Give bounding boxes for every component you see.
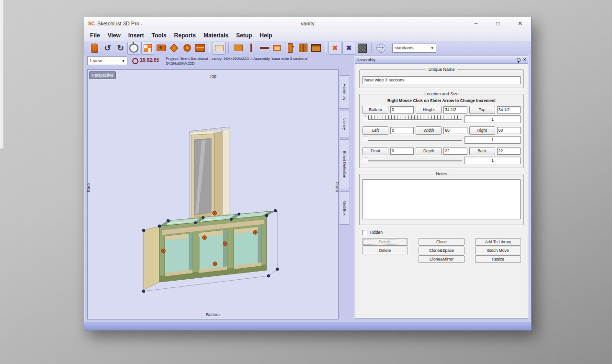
- maximize-button[interactable]: □: [487, 17, 509, 30]
- width-button[interactable]: Width: [416, 126, 442, 135]
- details-button[interactable]: Details: [362, 238, 408, 246]
- horizontal-board-icon[interactable]: [258, 42, 270, 54]
- menu-setup[interactable]: Setup: [232, 31, 256, 40]
- vanity-3d-model[interactable]: [88, 70, 338, 319]
- workspace: Perspective Top Bottom Back Front: [84, 69, 355, 320]
- menu-view[interactable]: View: [104, 31, 125, 40]
- depth-input[interactable]: [443, 148, 467, 155]
- front-input[interactable]: [390, 148, 414, 155]
- new-board-shape: [91, 44, 98, 53]
- minimize-button[interactable]: –: [465, 17, 487, 30]
- depth-slider-row: [363, 156, 521, 164]
- clone-button[interactable]: Clone: [419, 238, 465, 246]
- height-input[interactable]: [443, 106, 467, 114]
- globe-icon[interactable]: [375, 42, 387, 54]
- slider-track[interactable]: [363, 140, 462, 141]
- top-button[interactable]: Top: [469, 106, 495, 114]
- depth-increment-input[interactable]: [465, 157, 521, 164]
- tab-library[interactable]: Library: [340, 111, 350, 137]
- tab-board-definition[interactable]: Board Definition: [340, 139, 350, 189]
- cabinet-icon[interactable]: [310, 42, 322, 54]
- right-button[interactable]: Right: [469, 126, 495, 135]
- mirror-tower[interactable]: [190, 128, 230, 219]
- project-breadcrumb: Project: 'Brent Sandhurst - vanity' 96Hx…: [166, 57, 308, 66]
- timer-icon[interactable]: [127, 42, 140, 55]
- board-icon[interactable]: [232, 42, 244, 54]
- menu-help[interactable]: Help: [256, 31, 276, 40]
- delete-assembly-icon[interactable]: ✖: [342, 42, 355, 55]
- menu-tools[interactable]: Tools: [148, 31, 170, 40]
- shelf-shape: [195, 44, 205, 52]
- tab-multibox[interactable]: MultiBox: [340, 191, 350, 225]
- hidden-checkbox-row: Hidden: [362, 230, 528, 235]
- menu-reports[interactable]: Reports: [170, 31, 200, 40]
- unique-name-input[interactable]: [363, 76, 521, 84]
- small-panel-icon[interactable]: [213, 42, 226, 55]
- standards-dropdown[interactable]: standards ▼: [392, 44, 436, 53]
- vertical-slider-row: [363, 115, 521, 123]
- clone-space-button[interactable]: Clone&Space: [419, 247, 465, 254]
- height-button[interactable]: Height: [416, 106, 442, 114]
- top-input[interactable]: [497, 106, 521, 114]
- door-shape: [273, 45, 281, 51]
- panel-shape: [215, 45, 224, 51]
- undo-icon[interactable]: ↺: [102, 42, 113, 54]
- rotate-donut-icon[interactable]: [181, 42, 193, 54]
- notes-group: Notes: [359, 174, 524, 225]
- redo-icon[interactable]: ↻: [114, 42, 126, 54]
- batch-move-button[interactable]: Batch Move: [475, 247, 521, 254]
- button-column-2: Clone Clone&Space Clone&Mirror: [419, 238, 465, 263]
- menu-file[interactable]: File: [86, 31, 104, 40]
- back-input[interactable]: [497, 148, 521, 155]
- menu-insert[interactable]: Insert: [125, 31, 148, 40]
- depth-button[interactable]: Depth: [416, 147, 442, 155]
- toolbar: ↺ ↻ ✖ ✖ standards ▼: [84, 41, 531, 55]
- resize-button[interactable]: Resize: [475, 255, 521, 263]
- new-board-icon[interactable]: [89, 42, 101, 54]
- panel-close-icon[interactable]: ✕: [523, 57, 526, 62]
- slider-handle[interactable]: [363, 137, 368, 144]
- door-icon[interactable]: [271, 42, 283, 54]
- left-button[interactable]: Left: [363, 126, 388, 135]
- render-camera-icon[interactable]: [155, 42, 167, 54]
- delete-object-icon[interactable]: ✖: [329, 42, 341, 55]
- right-input[interactable]: [497, 127, 521, 134]
- slider-handle[interactable]: [363, 116, 368, 123]
- delete-button[interactable]: Delete: [362, 247, 408, 254]
- vertical-board-icon[interactable]: [245, 42, 257, 54]
- tab-assembly[interactable]: Assembly: [340, 75, 350, 109]
- hidden-checkbox[interactable]: [362, 230, 367, 235]
- add-to-library-button[interactable]: Add To Library: [475, 238, 521, 246]
- slider-track[interactable]: [363, 119, 462, 121]
- assembly-panel-header[interactable]: Assembly ✕: [355, 56, 528, 64]
- horizontal-slider[interactable]: [363, 136, 462, 144]
- shelf-icon[interactable]: [194, 42, 206, 54]
- vertical-slider[interactable]: [363, 115, 462, 123]
- depth-slider[interactable]: [363, 156, 462, 164]
- bottom-input[interactable]: [390, 106, 414, 114]
- viewport-3d[interactable]: Perspective Top Bottom Back Front: [87, 69, 339, 319]
- drawer-pull-icon[interactable]: [284, 42, 296, 54]
- double-door-icon[interactable]: [297, 42, 309, 54]
- move-object-icon[interactable]: [168, 42, 180, 54]
- slider-handle[interactable]: [363, 158, 368, 164]
- menu-materials[interactable]: Materials: [200, 31, 232, 40]
- material-pattern-icon[interactable]: [356, 42, 368, 54]
- layout-grid-icon[interactable]: [141, 42, 154, 55]
- slider-track[interactable]: [363, 160, 462, 162]
- view-count-dropdown[interactable]: 1 view ▼: [87, 57, 127, 65]
- back-button[interactable]: Back: [469, 147, 495, 155]
- close-button[interactable]: ✕: [509, 17, 531, 30]
- horizontal-increment-input[interactable]: [465, 136, 521, 144]
- left-input[interactable]: [390, 127, 414, 134]
- notes-textarea[interactable]: [363, 179, 521, 219]
- clone-mirror-button[interactable]: Clone&Mirror: [419, 255, 465, 263]
- width-input[interactable]: [443, 127, 467, 134]
- toolbar-separator: [228, 43, 229, 53]
- front-button[interactable]: Front: [363, 147, 388, 155]
- toolbar-separator: [325, 43, 326, 53]
- vertical-increment-input[interactable]: [465, 115, 521, 123]
- pin-icon[interactable]: [517, 58, 521, 62]
- vertical-board-shape: [250, 44, 252, 52]
- bottom-button[interactable]: Bottom: [363, 106, 388, 114]
